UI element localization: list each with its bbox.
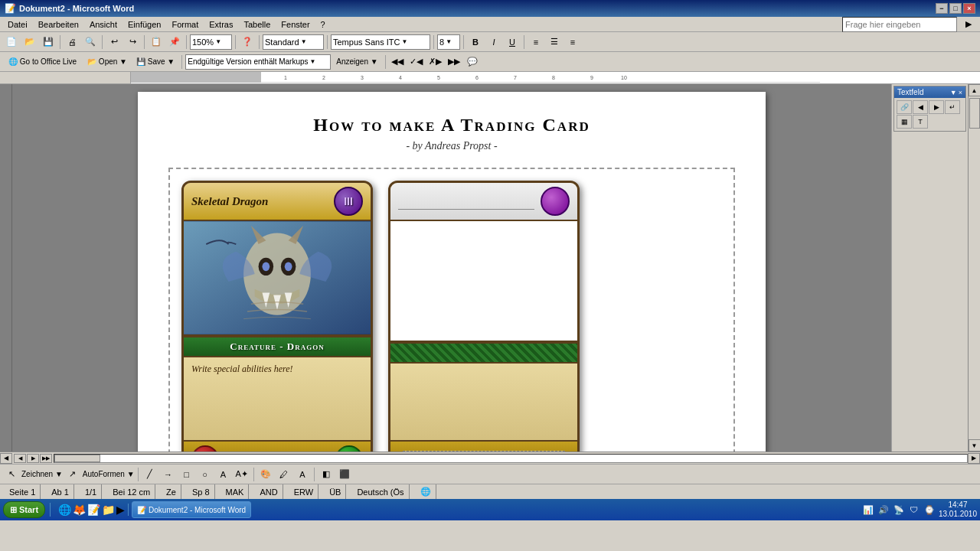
draw-fill-button[interactable]: 🎨 (257, 466, 274, 483)
underline-button[interactable]: U (504, 34, 521, 51)
page-tab-button[interactable]: ◀ (14, 454, 26, 463)
save-file-button[interactable]: 💾 Save ▼ (132, 54, 178, 70)
tray-icon-1[interactable]: 📊 (862, 504, 874, 516)
menu-format[interactable]: Format (167, 18, 203, 31)
menu-help[interactable]: ? (316, 18, 330, 31)
bold-button[interactable]: B (467, 34, 484, 51)
draw-line-button[interactable]: ╱ (142, 466, 158, 483)
draw-shadow-button[interactable]: ◧ (318, 466, 335, 483)
tray-icon-5[interactable]: ⌚ (923, 504, 936, 516)
page-tab-next[interactable]: ▶ (27, 454, 39, 463)
folder-icon[interactable]: 📁 (102, 504, 115, 516)
system-tray: 📊 🔊 📡 🛡 ⌚ 14:47 13.01.2010 (862, 500, 977, 519)
maximize-button[interactable]: □ (949, 3, 962, 14)
new-button[interactable]: 📄 (3, 34, 20, 51)
menu-ansicht[interactable]: Ansicht (85, 18, 122, 31)
menu-einfuegen[interactable]: Einfügen (123, 18, 165, 31)
draw-font-color-button[interactable]: A (294, 466, 311, 483)
right-panel: Textfeld ▼ × 🔗 ◀ ▶ ↵ ▦ T (891, 84, 968, 452)
menu-tabelle[interactable]: Tabelle (239, 18, 275, 31)
menu-bearbeiten[interactable]: Bearbeiten (34, 18, 83, 31)
menu-fenster[interactable]: Fenster (276, 18, 314, 31)
fontsize-dropdown[interactable]: 8 ▼ (437, 34, 460, 50)
card2-mana (541, 187, 570, 216)
print-button[interactable]: 🖨 (64, 34, 80, 51)
open-button[interactable]: 📂 (21, 34, 38, 51)
tf-text-icon[interactable]: T (913, 115, 928, 129)
zoom-dropdown[interactable]: 150% ▼ (190, 34, 232, 50)
card2-footer: Artwork| (390, 440, 577, 452)
font-dropdown[interactable]: Tempus Sans ITC ▼ (331, 34, 430, 50)
version-dropdown[interactable]: Endgültige Version enthält Markups ▼ (185, 54, 331, 70)
redo-button[interactable]: ↪ (124, 34, 141, 51)
svg-text:8: 8 (552, 75, 555, 80)
start-button[interactable]: ⊞ Start (3, 501, 45, 518)
italic-button[interactable]: I (485, 34, 502, 51)
tf-next-icon[interactable]: ▶ (929, 100, 944, 114)
textfeld-close[interactable]: × (959, 89, 962, 96)
help-button[interactable]: ❓ (239, 34, 256, 51)
svg-point-23 (285, 262, 292, 272)
scroll-left-button[interactable]: ◀ (0, 453, 12, 464)
track-prev-button[interactable]: ◀◀ (389, 54, 406, 70)
firefox-icon[interactable]: 🦊 (73, 504, 86, 516)
horizontal-scroll-thumb[interactable] (54, 455, 100, 462)
scroll-thumb[interactable] (969, 98, 980, 129)
scroll-up-button[interactable]: ▲ (969, 84, 981, 96)
tray-icon-3[interactable]: 📡 (893, 504, 905, 516)
menu-datei[interactable]: Datei (3, 18, 32, 31)
tf-break-icon[interactable]: ↵ (945, 100, 960, 114)
draw-cursor-button[interactable]: ↗ (64, 466, 81, 483)
style-dropdown[interactable]: Standard ▼ (263, 34, 324, 50)
help-search-button[interactable]: ▶ (960, 16, 977, 33)
track-next-button[interactable]: ▶▶ (446, 54, 462, 70)
track-reject-button[interactable]: ✗▶ (426, 54, 444, 70)
window-title: Dokument2 - Microsoft Word (19, 4, 134, 13)
tray-icon-4[interactable]: 🛡 (908, 504, 920, 516)
tf-link-icon[interactable]: 🔗 (897, 100, 912, 114)
comment-button[interactable]: 💬 (464, 54, 481, 70)
minimize-button[interactable]: − (936, 3, 948, 14)
track-accept-button[interactable]: ✓◀ (407, 54, 425, 70)
artwork-input-box[interactable]: Artwork| (403, 451, 565, 452)
autoformen-label[interactable]: AutoFormen ▼ (83, 470, 135, 478)
scroll-down-button[interactable]: ▼ (969, 439, 981, 452)
anzeigen-button[interactable]: Anzeigen ▼ (332, 54, 381, 70)
textfeld-header: Textfeld ▼ × (894, 86, 965, 98)
word-taskbar-app[interactable]: 📝 Dokument2 - Microsoft Word (132, 501, 251, 518)
help-search-input[interactable] (842, 17, 957, 32)
copy-button[interactable]: 📋 (148, 34, 165, 51)
title-bar-controls: − □ × (936, 3, 975, 14)
word-taskbar-icon[interactable]: 📝 (87, 504, 100, 516)
tf-prev-icon[interactable]: ◀ (913, 100, 928, 114)
left-margin-bar (0, 84, 12, 452)
draw-arrow-button[interactable]: → (160, 466, 177, 483)
close-button[interactable]: × (963, 3, 975, 14)
draw-line-color-button[interactable]: 🖊 (276, 466, 292, 483)
save-button[interactable]: 💾 (40, 34, 57, 51)
tf-grid-icon[interactable]: ▦ (897, 115, 912, 129)
draw-text-button[interactable]: A (215, 466, 232, 483)
media-icon[interactable]: ▶ (116, 504, 125, 516)
draw-rect-button[interactable]: □ (178, 466, 195, 483)
tray-icon-2[interactable]: 🔊 (877, 504, 890, 516)
zeichnen-label[interactable]: Zeichnen ▼ (21, 470, 63, 478)
paste-button[interactable]: 📌 (166, 34, 183, 51)
textfeld-expand[interactable]: ▼ (950, 89, 957, 96)
open-file-button[interactable]: 📂 Open ▼ (83, 54, 131, 70)
page-tab-last[interactable]: ▶▶ (40, 454, 52, 463)
go-to-office-live-button[interactable]: 🌐 Go to Office Live (3, 54, 82, 70)
ie-icon[interactable]: 🌐 (58, 504, 71, 516)
draw-select-button[interactable]: ↖ (3, 466, 20, 483)
horizontal-scroll-track[interactable] (54, 454, 968, 463)
draw-oval-button[interactable]: ○ (197, 466, 214, 483)
draw-3d-button[interactable]: ⬛ (336, 466, 353, 483)
scroll-right-button[interactable]: ▶ (968, 453, 980, 464)
menu-extras[interactable]: Extras (204, 18, 237, 31)
preview-button[interactable]: 🔍 (82, 34, 99, 51)
draw-wordart-button[interactable]: A✦ (234, 466, 250, 483)
align-left-button[interactable]: ≡ (528, 34, 544, 51)
align-right-button[interactable]: ≡ (564, 34, 581, 51)
undo-button[interactable]: ↩ (106, 34, 122, 51)
align-center-button[interactable]: ☰ (546, 34, 563, 51)
